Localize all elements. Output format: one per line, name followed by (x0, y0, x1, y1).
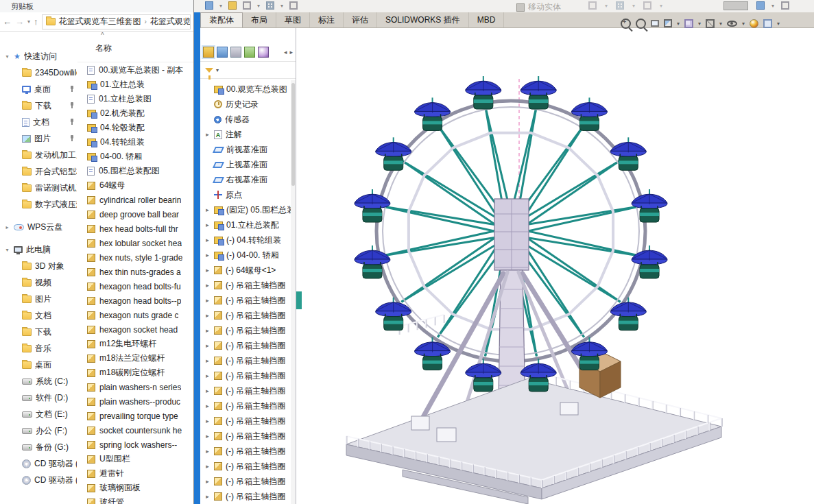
expander-icon[interactable]: ▸ (204, 418, 211, 424)
pane-back-arrow-icon[interactable]: ◂ (284, 49, 287, 56)
caret-icon[interactable]: ▾ (605, 3, 608, 9)
tree-item[interactable]: ▸ (-) 吊箱主轴挡圈 (200, 489, 291, 504)
nav-item[interactable]: ▸ WPS云盘 (0, 219, 77, 235)
file-row[interactable]: 64螺母 (77, 178, 193, 193)
view-orientation-icon[interactable] (684, 19, 693, 28)
assembly-features-icon[interactable] (616, 1, 624, 10)
zoom-area-icon[interactable] (636, 19, 646, 29)
breadcrumb-item[interactable]: 花篮式观览车三维套图 (59, 16, 141, 27)
caret-icon[interactable]: ▾ (677, 21, 680, 27)
caret-icon[interactable]: ▾ (698, 21, 701, 27)
column-header-name[interactable]: ^ 名称 (77, 32, 193, 62)
insert-component-icon[interactable] (205, 1, 213, 10)
view-settings-icon[interactable] (763, 19, 772, 28)
expander-icon[interactable]: ▸ (204, 448, 211, 455)
tree-item[interactable]: ▸ (-) 吊箱主轴挡圈 (200, 444, 291, 459)
file-row[interactable]: hex thin nuts-grades a (77, 265, 193, 279)
tree-item[interactable]: ▸ (-) 吊箱主轴挡圈 (200, 413, 291, 429)
caret-icon[interactable]: ▾ (257, 3, 260, 9)
nav-group-quick-access[interactable]: ▾ 快速访问 (0, 48, 77, 64)
expander-icon[interactable]: ▸ (204, 327, 211, 334)
breadcrumb-item[interactable]: 花篮式观览车三维 (150, 16, 191, 27)
tree-item[interactable]: ▸ (-) 吊箱主轴挡圈 (200, 278, 291, 293)
tree-item[interactable]: 原点 (200, 187, 291, 202)
file-row[interactable]: hexagon nuts grade c (77, 308, 193, 322)
caret-icon[interactable]: ▾ (280, 3, 283, 9)
previous-view-icon[interactable] (651, 20, 659, 27)
file-row[interactable]: hex nuts, style 1-grade (77, 250, 193, 265)
reference-geometry-icon[interactable] (643, 1, 651, 10)
nav-item[interactable]: 视频 (0, 274, 77, 291)
file-row[interactable]: 01.立柱总装 (77, 77, 193, 92)
caret-icon[interactable]: ▾ (777, 21, 780, 27)
file-row[interactable]: prevailing torque type (77, 409, 193, 423)
caret-icon[interactable]: ▾ (771, 3, 774, 9)
move-component-icon[interactable] (289, 1, 298, 10)
featuremanager-tab-icon[interactable] (203, 47, 214, 58)
exploded-view-icon[interactable] (756, 1, 765, 10)
tree-item[interactable]: ▸ (-) 64螺母<1> (200, 263, 291, 278)
caret-icon[interactable]: ▾ (219, 3, 222, 9)
expander-icon[interactable]: ▸ (204, 372, 211, 379)
expander-icon[interactable]: ▸ (204, 387, 211, 394)
file-row[interactable]: 02.机壳装配 (77, 106, 193, 121)
nav-item[interactable]: 办公 (F:) (0, 422, 77, 439)
nav-item[interactable]: 图片 (0, 130, 77, 147)
display-style-icon[interactable] (706, 19, 715, 28)
file-row[interactable]: plain washers-n series (77, 380, 193, 394)
tree-item[interactable]: ▸ (-) 吊箱主轴挡圈 (200, 459, 291, 474)
file-row[interactable]: m12集电环螺杆 (77, 337, 193, 351)
nav-item[interactable]: 数字式液压测试仪三维 (0, 196, 77, 213)
tree-item[interactable]: 00.观览车总装图 (200, 82, 291, 97)
smart-fasteners-icon[interactable] (266, 1, 274, 10)
propertymanager-tab-icon[interactable] (217, 47, 228, 58)
nav-item[interactable]: 音乐 (0, 340, 77, 357)
tree-item[interactable]: ▸ (-) 吊箱主轴挡圈 (200, 398, 291, 413)
file-row[interactable]: hex lobular socket hea (77, 236, 193, 250)
tree-item[interactable]: ▸ (-) 吊箱主轴挡圈 (200, 353, 291, 368)
nav-item[interactable]: CD 驱动器 (H:) FAS (0, 455, 77, 472)
expander-icon[interactable]: ▸ (204, 206, 211, 213)
tree-item[interactable]: ▸ (-) 吊箱主轴挡圈 (200, 293, 291, 308)
show-hidden-components-icon[interactable] (588, 1, 597, 10)
expander-icon[interactable]: ▸ (204, 493, 211, 500)
nav-item[interactable]: 系统 (C:) (0, 373, 77, 389)
nav-item[interactable]: 图片 (0, 291, 77, 307)
filter-funnel-icon[interactable] (205, 68, 213, 73)
tree-item[interactable]: ▸ (-) 吊箱主轴挡圈 (200, 429, 291, 444)
tree-item[interactable]: 上视基准面 (200, 157, 291, 172)
expander-icon[interactable]: ▸ (4, 224, 10, 230)
mate-icon[interactable] (228, 1, 237, 10)
tree-item[interactable]: ▸ (-) 吊箱主轴挡圈 (200, 338, 291, 353)
expander-icon[interactable]: ▾ (4, 247, 10, 253)
tab-layout[interactable]: 布局 (243, 12, 276, 27)
nav-item[interactable]: 下载 (0, 97, 77, 114)
nav-item[interactable]: 软件 (D:) (0, 389, 77, 406)
expander-icon[interactable]: ▸ (204, 312, 211, 319)
section-view-icon[interactable] (664, 19, 672, 27)
nav-item[interactable]: 雷诺测试机三维套图 (0, 180, 77, 196)
dimxpertmanager-tab-icon[interactable] (244, 47, 255, 58)
expander-icon[interactable]: ▸ (204, 252, 211, 259)
nav-item[interactable]: 备份 (G:) (0, 439, 77, 455)
expander-icon[interactable]: ▾ (4, 53, 10, 60)
caret-icon[interactable]: ▾ (719, 21, 722, 27)
file-row[interactable]: plain washers--produc (77, 394, 193, 409)
tab-assembly[interactable]: 装配体 (200, 12, 243, 27)
file-row[interactable]: 避雷针 (77, 466, 193, 481)
tree-item[interactable]: ▸ 注解 (200, 127, 291, 142)
nav-item[interactable]: 文档 (E:) (0, 406, 77, 422)
scrollbar-thumb[interactable] (291, 83, 295, 186)
tree-item[interactable]: ▸ 01.立柱总装配 (200, 217, 291, 232)
tree-scrollbar[interactable] (291, 80, 296, 504)
file-row[interactable]: hexagon head bolts--p (77, 293, 193, 308)
address-box[interactable]: 花篮式观览车三维套图 › 花篮式观览车三维 (42, 14, 191, 29)
nav-item[interactable]: 文档 (0, 307, 77, 324)
tree-item[interactable]: ▸ (固定) 05.围栏总装配图 (200, 202, 291, 217)
caret-icon[interactable]: ▾ (660, 3, 662, 9)
file-row[interactable]: 04.轮毂装配 (77, 121, 193, 135)
component-pattern-icon[interactable] (243, 1, 251, 10)
displaymanager-tab-icon[interactable] (258, 47, 269, 58)
caret-icon[interactable]: ▾ (632, 3, 635, 9)
configurationmanager-tab-icon[interactable] (230, 47, 241, 58)
